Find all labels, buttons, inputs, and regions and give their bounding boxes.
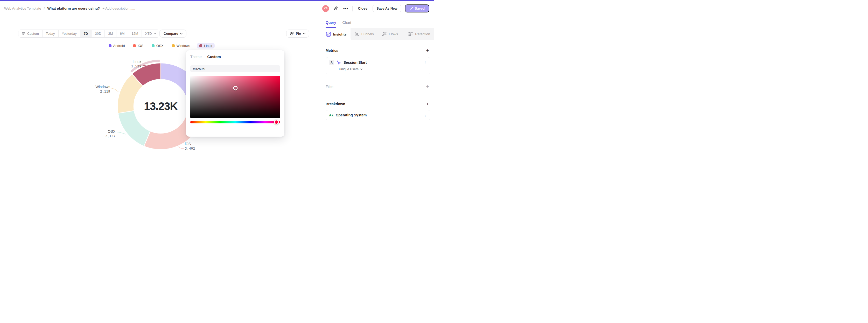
header: Web Analytics Template / What platform a… bbox=[0, 1, 434, 16]
page-title[interactable]: What platform are users using? bbox=[48, 6, 100, 10]
pie-chart-icon bbox=[290, 32, 294, 35]
tab-theme[interactable]: Theme bbox=[190, 55, 202, 59]
compare-button[interactable]: Compare bbox=[160, 30, 186, 38]
range-xtd[interactable]: XTD bbox=[142, 30, 159, 37]
breakdown-type-badge: Aa bbox=[329, 113, 333, 117]
tab-query[interactable]: Query bbox=[326, 21, 336, 28]
chart-legend: Android iOS OSX Windows Linux bbox=[0, 43, 322, 49]
slice-label-value: 2,119 bbox=[95, 89, 110, 94]
pie-slice-osx[interactable] bbox=[118, 111, 150, 146]
legend-label: Android bbox=[113, 44, 125, 48]
link-icon bbox=[333, 6, 338, 11]
chart-type-label: Pie bbox=[296, 32, 301, 35]
legend-label: iOS bbox=[138, 44, 143, 48]
funnels-icon bbox=[354, 32, 359, 37]
metric-menu-button[interactable]: ⋮ bbox=[423, 61, 427, 64]
legend-item-android[interactable]: Android bbox=[107, 43, 126, 49]
legend-swatch-linux bbox=[199, 44, 202, 47]
range-xtd-label: XTD bbox=[145, 32, 152, 35]
legend-swatch-osx bbox=[152, 44, 155, 47]
breadcrumb-separator: / bbox=[44, 6, 45, 10]
legend-label: OSX bbox=[156, 44, 163, 48]
view-tab-retention[interactable]: Retention bbox=[404, 28, 434, 40]
legend-swatch-android bbox=[108, 44, 112, 47]
view-tab-insights[interactable]: Insights bbox=[322, 28, 350, 40]
chevron-down-icon bbox=[360, 68, 363, 70]
query-sidebar: Query Chart Insights bbox=[322, 16, 434, 162]
slice-label-linux: Linux 1,529 bbox=[131, 60, 141, 68]
chart-total-value: 13.23K bbox=[144, 100, 177, 112]
tab-custom[interactable]: Custom bbox=[208, 55, 221, 59]
metrics-title: Metrics bbox=[326, 49, 338, 53]
breakdown-section: Breakdown + Aa Operating System ⋮ bbox=[322, 101, 434, 120]
legend-swatch-windows bbox=[172, 44, 175, 47]
label-connector-ios bbox=[178, 147, 184, 149]
chevron-down-icon bbox=[154, 33, 156, 34]
range-custom[interactable]: Custom bbox=[19, 30, 42, 37]
calendar-icon bbox=[22, 32, 25, 35]
range-yesterday[interactable]: Yesterday bbox=[59, 30, 81, 37]
view-tab-flows[interactable]: Flows bbox=[378, 28, 404, 40]
saturation-value-area[interactable] bbox=[190, 76, 280, 118]
metric-series-badge: A bbox=[329, 60, 334, 65]
close-button[interactable]: Close bbox=[356, 5, 369, 11]
slice-label-value: 2,127 bbox=[105, 134, 115, 138]
metric-card[interactable]: A Session Start ⋮ Unique Users bbox=[326, 57, 430, 74]
view-tab-label: Funnels bbox=[362, 32, 374, 36]
view-tab-label: Retention bbox=[415, 32, 430, 36]
slice-label-name: Linux bbox=[131, 60, 141, 64]
breakdown-title: Breakdown bbox=[326, 102, 345, 106]
date-range-group: Custom Today Yesterday 7D 30D 3M 6M 12M … bbox=[18, 30, 160, 38]
range-today[interactable]: Today bbox=[42, 30, 59, 37]
color-cursor[interactable] bbox=[233, 86, 238, 90]
tab-query-label: Query bbox=[326, 21, 336, 25]
view-type-strip: Insights Funnels bbox=[322, 28, 434, 40]
insights-icon bbox=[326, 32, 331, 37]
add-metric-button[interactable]: + bbox=[425, 48, 430, 53]
hex-color-input[interactable]: #B2596E bbox=[190, 65, 280, 72]
flows-icon bbox=[382, 32, 387, 37]
legend-label: Linux bbox=[204, 44, 212, 48]
avatar[interactable]: VS bbox=[322, 5, 329, 12]
range-12m[interactable]: 12M bbox=[128, 30, 142, 37]
breadcrumb-root[interactable]: Web Analytics Template bbox=[4, 6, 41, 10]
save-as-new-button[interactable]: Save As New bbox=[373, 5, 401, 12]
range-7d[interactable]: 7D bbox=[81, 30, 92, 37]
tab-chart[interactable]: Chart bbox=[342, 21, 351, 28]
range-custom-label: Custom bbox=[27, 32, 39, 35]
legend-item-ios[interactable]: iOS bbox=[131, 43, 145, 49]
legend-item-osx[interactable]: OSX bbox=[150, 43, 165, 49]
legend-swatch-ios bbox=[133, 44, 136, 47]
metric-aggregation-label: Unique Users bbox=[339, 67, 359, 71]
legend-item-windows[interactable]: Windows bbox=[170, 43, 192, 49]
view-tabs-inactive-group: Funnels Flows bbox=[350, 28, 434, 40]
retention-icon bbox=[408, 32, 413, 37]
hue-slider[interactable] bbox=[190, 121, 280, 123]
sidebar-tabs: Query Chart bbox=[322, 16, 434, 28]
metric-aggregation-dropdown[interactable]: Unique Users bbox=[339, 67, 427, 71]
saved-label: Saved bbox=[415, 6, 425, 10]
color-picker-tabs: Theme Custom bbox=[190, 54, 280, 59]
add-breakdown-button[interactable]: + bbox=[425, 101, 430, 106]
hue-slider-thumb[interactable] bbox=[274, 120, 279, 125]
event-spark-icon bbox=[337, 60, 341, 65]
more-options-button[interactable]: ••• bbox=[342, 5, 349, 12]
breakdown-card[interactable]: Aa Operating System ⋮ bbox=[326, 110, 430, 120]
range-6m[interactable]: 6M bbox=[116, 30, 128, 37]
add-filter-button[interactable]: + bbox=[425, 84, 430, 89]
view-tab-funnels[interactable]: Funnels bbox=[350, 28, 378, 40]
share-link-button[interactable] bbox=[333, 5, 339, 12]
range-3m[interactable]: 3M bbox=[105, 30, 116, 37]
legend-item-linux[interactable]: Linux bbox=[197, 43, 215, 49]
header-actions: VS ••• Close Save As New Saved bbox=[322, 4, 429, 12]
label-connector-osx bbox=[116, 132, 126, 134]
breakdown-menu-button[interactable]: ⋮ bbox=[423, 113, 427, 117]
legend-label: Windows bbox=[177, 44, 190, 48]
range-30d[interactable]: 30D bbox=[92, 30, 105, 37]
saved-button[interactable]: Saved bbox=[405, 4, 429, 12]
slice-label-value: 3,402 bbox=[185, 146, 195, 151]
metrics-section: Metrics + A Session Start ⋮ Unique Users bbox=[322, 48, 434, 74]
add-description-button[interactable]: + Add description...... bbox=[102, 6, 135, 10]
app-window: Web Analytics Template / What platform a… bbox=[0, 0, 434, 162]
chart-type-button[interactable]: Pie bbox=[286, 30, 309, 38]
